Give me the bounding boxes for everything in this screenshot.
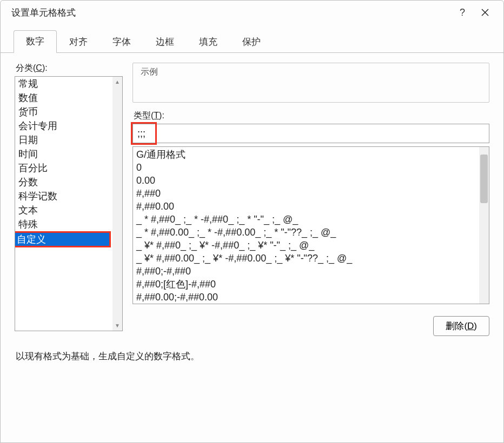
close-button[interactable] xyxy=(474,4,496,21)
format-item[interactable]: 0.00 xyxy=(136,174,479,187)
category-list: 常规 数值 货币 会计专用 日期 时间 百分比 分数 科学记数 文本 特殊 自定… xyxy=(15,77,112,331)
category-scrollbar[interactable]: ▲ ▼ xyxy=(112,77,122,331)
category-item-fraction[interactable]: 分数 xyxy=(15,175,112,189)
type-label-suffix: ): xyxy=(159,111,164,120)
tab-border[interactable]: 边框 xyxy=(143,31,187,53)
delete-label-suffix: ) xyxy=(474,321,477,331)
example-box: 示例 xyxy=(132,63,489,103)
type-input[interactable] xyxy=(132,124,489,143)
category-column: 分类(C): 常规 数值 货币 会计专用 日期 时间 百分比 分数 科学记数 文… xyxy=(15,63,123,336)
category-item-number[interactable]: 数值 xyxy=(15,91,112,105)
scroll-up-icon: ▲ xyxy=(115,79,120,85)
titlebar: 设置单元格格式 ? xyxy=(1,1,503,24)
format-list: G/通用格式 0 0.00 #,##0 #,##0.00 _ * #,##0_ … xyxy=(133,147,479,304)
format-item[interactable]: 0 xyxy=(136,161,479,174)
delete-label-prefix: 删除( xyxy=(446,321,467,331)
category-item-special[interactable]: 特殊 xyxy=(15,217,112,231)
dialog-title: 设置单元格格式 xyxy=(11,6,450,19)
format-scrollbar[interactable] xyxy=(479,147,489,304)
category-item-percentage[interactable]: 百分比 xyxy=(15,161,112,175)
tab-alignment[interactable]: 对齐 xyxy=(57,31,100,53)
category-label: 分类(C): xyxy=(16,63,123,74)
category-item-currency[interactable]: 货币 xyxy=(15,105,112,119)
category-label-accesskey: C xyxy=(36,63,42,72)
format-cells-dialog: 设置单元格格式 ? 数字 对齐 字体 边框 填充 保护 分类(C): 常规 xyxy=(0,0,504,443)
tab-protection[interactable]: 保护 xyxy=(230,31,273,53)
delete-label-accesskey: D xyxy=(467,321,474,331)
format-item[interactable]: #,##0 xyxy=(136,187,479,200)
type-label-accesskey: T xyxy=(154,111,159,120)
category-item-general[interactable]: 常规 xyxy=(15,77,112,91)
category-item-scientific[interactable]: 科学记数 xyxy=(15,189,112,203)
category-item-time[interactable]: 时间 xyxy=(15,147,112,161)
format-item[interactable]: _ * #,##0_ ;_ * -#,##0_ ;_ * "-"_ ;_ @_ xyxy=(136,213,479,226)
delete-button[interactable]: 删除(D) xyxy=(433,316,489,336)
tab-number[interactable]: 数字 xyxy=(14,30,57,53)
category-label-suffix: ): xyxy=(42,63,48,72)
help-button[interactable]: ? xyxy=(452,4,473,21)
category-listbox[interactable]: 常规 数值 货币 会计专用 日期 时间 百分比 分数 科学记数 文本 特殊 自定… xyxy=(15,76,123,331)
format-item[interactable]: _ * #,##0.00_ ;_ * -#,##0.00_ ;_ * "-"??… xyxy=(136,226,479,239)
tab-font[interactable]: 字体 xyxy=(100,31,143,53)
format-item[interactable]: G/通用格式 xyxy=(136,148,479,161)
type-label-prefix: 类型( xyxy=(134,111,154,120)
scroll-down-icon: ▼ xyxy=(115,323,120,328)
tab-fill[interactable]: 填充 xyxy=(187,31,230,53)
format-item[interactable]: #,##0;-#,##0 xyxy=(136,265,479,278)
hint-text: 以现有格式为基础，生成自定义的数字格式。 xyxy=(15,350,489,363)
tab-content: 分类(C): 常规 数值 货币 会计专用 日期 时间 百分比 分数 科学记数 文… xyxy=(1,53,503,442)
category-label-prefix: 分类( xyxy=(16,63,36,72)
format-item[interactable]: #,##0;[红色]-#,##0 xyxy=(136,278,479,291)
category-item-text[interactable]: 文本 xyxy=(15,203,112,217)
scrollbar-thumb[interactable] xyxy=(480,155,488,203)
format-listbox[interactable]: G/通用格式 0 0.00 #,##0 #,##0.00 _ * #,##0_ … xyxy=(132,146,489,304)
category-item-date[interactable]: 日期 xyxy=(15,133,112,147)
format-item[interactable]: #,##0.00 xyxy=(136,200,479,213)
tabstrip: 数字 对齐 字体 边框 填充 保护 xyxy=(1,31,503,53)
details-column: 示例 类型(T): G/通用格式 0 0.00 #,##0 xyxy=(132,63,489,336)
format-item[interactable]: #,##0.00;-#,##0.00 xyxy=(136,291,479,304)
close-icon xyxy=(481,9,489,16)
type-label: 类型(T): xyxy=(134,110,489,122)
category-item-accounting[interactable]: 会计专用 xyxy=(15,119,112,133)
format-item[interactable]: _ ¥* #,##0.00_ ;_ ¥* -#,##0.00_ ;_ ¥* "-… xyxy=(136,252,479,265)
format-item[interactable]: _ ¥* #,##0_ ;_ ¥* -#,##0_ ;_ ¥* "-"_ ;_ … xyxy=(136,239,479,252)
category-item-custom[interactable]: 自定义 xyxy=(15,231,111,247)
example-label: 示例 xyxy=(141,66,483,78)
